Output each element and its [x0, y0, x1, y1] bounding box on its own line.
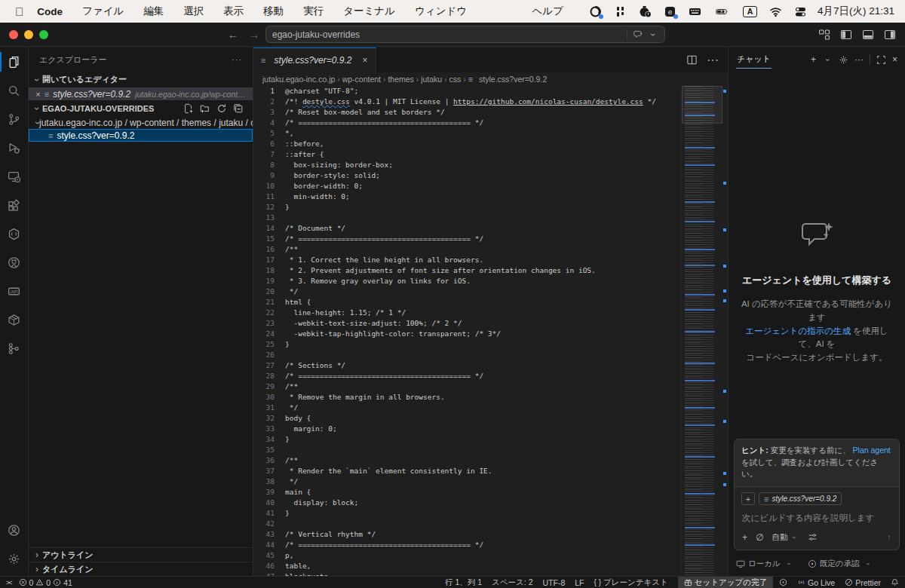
- line-number[interactable]: 41: [253, 508, 285, 519]
- menu-item-6[interactable]: ターミナル: [343, 5, 395, 18]
- line-number[interactable]: 2: [253, 96, 285, 107]
- toggle-panel-icon[interactable]: [862, 29, 874, 41]
- activitybar-extensions[interactable]: [0, 191, 29, 219]
- activitybar-explorer[interactable]: [0, 47, 29, 76]
- menu-app-name[interactable]: Code: [37, 6, 63, 17]
- breadcrumb-item[interactable]: wp-content: [342, 75, 381, 84]
- wifi-icon[interactable]: [769, 5, 782, 18]
- tab-style-css[interactable]: ≡ style.css?ver=0.9.2 ×: [253, 47, 376, 72]
- line-number[interactable]: 10: [253, 181, 285, 191]
- app-swirl-icon[interactable]: [589, 5, 602, 18]
- line-number[interactable]: 43: [253, 529, 285, 540]
- line-number[interactable]: 34: [253, 434, 285, 445]
- breadcrumb-item[interactable]: themes: [388, 75, 413, 84]
- line-number[interactable]: 28: [253, 371, 285, 381]
- toggle-secondary-sidebar-icon[interactable]: [884, 29, 896, 41]
- model-sliders-icon[interactable]: [808, 532, 818, 542]
- close-panel-icon[interactable]: ×: [892, 54, 897, 65]
- customize-layout-icon[interactable]: [818, 29, 830, 41]
- menu-item-7[interactable]: ウィンドウ: [415, 5, 467, 18]
- line-number[interactable]: 3: [253, 107, 285, 118]
- activitybar-account[interactable]: [0, 516, 29, 544]
- line-number[interactable]: 46: [253, 561, 285, 571]
- chevron-down-icon[interactable]: ›: [823, 54, 831, 65]
- open-editors-section[interactable]: › 開いているエディター: [29, 72, 253, 87]
- line-number[interactable]: 25: [253, 339, 285, 350]
- activitybar-search[interactable]: [0, 76, 29, 105]
- activitybar-org-flow[interactable]: [0, 334, 29, 363]
- hexagon-status-icon[interactable]: [779, 578, 787, 586]
- maximize-panel-icon[interactable]: [876, 55, 886, 65]
- line-number[interactable]: 13: [253, 213, 285, 223]
- nav-back-icon[interactable]: ←: [228, 29, 238, 41]
- activitybar-github[interactable]: [0, 248, 29, 277]
- indentation[interactable]: スペース: 2: [492, 577, 532, 588]
- line-number[interactable]: 44: [253, 540, 285, 550]
- breadcrumb[interactable]: jutaku.egao-inc.co.jp›wp-content›themes›…: [253, 72, 728, 86]
- chat-more-icon[interactable]: ···: [854, 54, 864, 65]
- chevron-down-icon[interactable]: ›: [648, 29, 658, 40]
- eol[interactable]: LF: [575, 578, 584, 587]
- line-number[interactable]: 20: [253, 286, 285, 297]
- line-number[interactable]: 18: [253, 265, 285, 276]
- activitybar-container[interactable]: [0, 305, 29, 334]
- input-source-icon[interactable]: A: [743, 6, 757, 17]
- line-number[interactable]: 38: [253, 476, 285, 487]
- language-mode[interactable]: { } プレーンテキスト: [594, 577, 668, 588]
- prettier-button[interactable]: Prettier: [845, 578, 881, 587]
- activitybar-settings[interactable]: [0, 544, 29, 573]
- activitybar-live-preview[interactable]: [0, 162, 29, 191]
- generate-instructions-link[interactable]: エージェントの指示の生成: [745, 326, 851, 335]
- line-number[interactable]: 21: [253, 297, 285, 308]
- send-button[interactable]: ↑: [887, 531, 892, 543]
- split-editor-icon[interactable]: [686, 54, 698, 66]
- minimap-slider[interactable]: [682, 86, 722, 124]
- code-editor[interactable]: 1@charset "UTF-8";2/*! destyle.css v4.0.…: [253, 86, 728, 576]
- activitybar-rest-api[interactable]: /API: [0, 277, 29, 305]
- collapse-all-icon[interactable]: [233, 103, 244, 114]
- apple-logo-icon[interactable]: : [15, 5, 23, 18]
- at-app-icon[interactable]: e: [664, 5, 676, 18]
- line-number[interactable]: 19: [253, 276, 285, 286]
- plan-agent-link[interactable]: Plan agent: [853, 446, 891, 455]
- line-number[interactable]: 4: [253, 118, 285, 128]
- cursor-position[interactable]: 行 1、列 1: [445, 577, 482, 588]
- menu-item-3[interactable]: 表示: [223, 5, 244, 18]
- control-center-icon[interactable]: [794, 5, 807, 18]
- mode-picker[interactable]: 自動 ›: [772, 532, 799, 543]
- setup-walkthrough[interactable]: セットアップの完了: [678, 577, 773, 588]
- keyboard-icon[interactable]: [689, 5, 701, 18]
- window-zoom-button[interactable]: [39, 30, 48, 39]
- line-number[interactable]: 9: [253, 170, 285, 181]
- line-number[interactable]: 42: [253, 519, 285, 529]
- line-number[interactable]: 33: [253, 424, 285, 434]
- line-number[interactable]: 23: [253, 318, 285, 329]
- workspace-section[interactable]: › EGAO-JUTAKU-OVERRIDES: [29, 100, 253, 116]
- line-number[interactable]: 26: [253, 350, 285, 360]
- hub-icon[interactable]: [614, 5, 627, 18]
- timer-icon[interactable]: [639, 5, 652, 18]
- chat-tab[interactable]: チャット: [736, 51, 772, 69]
- line-number[interactable]: 17: [253, 255, 285, 265]
- line-number[interactable]: 5: [253, 128, 285, 139]
- new-folder-icon[interactable]: [200, 103, 210, 114]
- menu-item-0[interactable]: ファイル: [82, 5, 124, 18]
- command-center[interactable]: egao-jutaku-overrides ›: [265, 26, 665, 43]
- tree-file-row-selected[interactable]: ≡ style.css?ver=0.9.2: [29, 129, 253, 142]
- menu-item-5[interactable]: 実行: [303, 5, 324, 18]
- window-minimize-button[interactable]: [24, 30, 33, 39]
- chat-settings-icon[interactable]: [839, 55, 848, 65]
- add-context-button[interactable]: +: [741, 492, 755, 505]
- line-number[interactable]: 8: [253, 160, 285, 170]
- menu-item-1[interactable]: 編集: [143, 5, 164, 18]
- go-live-button[interactable]: Go Live: [797, 578, 835, 587]
- window-close-button[interactable]: [9, 30, 18, 39]
- activitybar-hexagon-extension[interactable]: [0, 219, 29, 248]
- menu-item-2[interactable]: 選択: [183, 5, 204, 18]
- line-number[interactable]: 36: [253, 455, 285, 466]
- menu-help[interactable]: ヘルプ: [532, 5, 563, 18]
- chat-input[interactable]: 次にビルドする内容を説明します: [735, 507, 899, 527]
- line-number[interactable]: 45: [253, 550, 285, 561]
- copilot-chat-icon[interactable]: [634, 29, 643, 39]
- line-number[interactable]: 31: [253, 403, 285, 413]
